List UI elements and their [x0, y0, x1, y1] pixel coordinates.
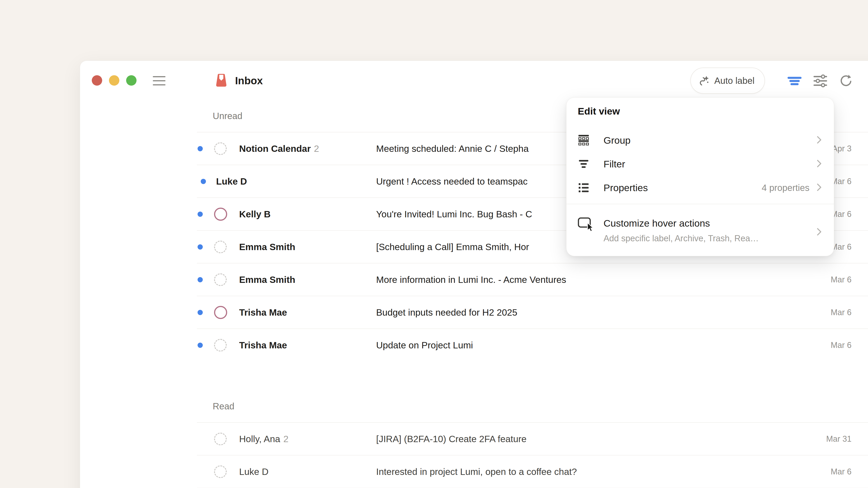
subject-text: Urgent ! Access needed to teamspac [376, 176, 528, 187]
date-label: Mar 31 [826, 434, 851, 444]
menu-item-customize-hover-actions[interactable]: Customize hover actions Add specific lab… [572, 209, 829, 250]
avatar-circle [214, 465, 227, 478]
auto-label-wand-icon [699, 75, 709, 86]
subject-text: Update on Project Lumi [376, 340, 473, 350]
section-header-unread: Unread [213, 110, 242, 121]
mouse-cursor-icon [586, 222, 595, 234]
avatar-circle [214, 339, 227, 352]
sender-name: Emma Smith [239, 241, 295, 252]
hamburger-icon[interactable] [153, 75, 165, 87]
group-icon [578, 134, 590, 146]
properties-count-value: 4 properties [762, 183, 809, 193]
menu-item-filter[interactable]: Filter [572, 152, 829, 176]
avatar-circle [214, 207, 227, 221]
sender-name: Notion Calendar2 [239, 143, 319, 154]
desktop-background: { "window": { "title": "Inbox" }, "title… [0, 0, 868, 488]
avatar-circle [214, 306, 227, 319]
menu-item-label: Filter [603, 159, 625, 170]
filter-lines-icon[interactable] [786, 73, 802, 88]
sender-name: Trisha Mae [239, 307, 287, 318]
unread-dot [197, 310, 203, 315]
subject-text: More information in Lumi Inc. - Acme Ven… [376, 274, 566, 285]
date-label: Apr 3 [832, 144, 851, 153]
menu-item-label: Properties [603, 182, 648, 193]
popover-divider [566, 204, 834, 204]
sender-name: Emma Smith [239, 274, 295, 285]
subject-text: [Scheduling a Call] Emma Smith, Hor [376, 241, 529, 252]
subject-text: Meeting scheduled: Annie C / Stepha [376, 143, 529, 154]
subject-text: [JIRA] (B2FA-10) Create 2FA feature [376, 433, 526, 444]
avatar-circle [214, 433, 227, 445]
sender-name: Luke D [216, 176, 247, 187]
inbox-tray-icon [216, 74, 226, 87]
menu-item-label: Customize hover actions [603, 218, 710, 229]
filter-icon [578, 158, 590, 170]
menu-item-description: Add specific label, Archive, Trash, Rea… [603, 234, 758, 243]
chevron-right-icon [817, 228, 822, 237]
mail-row[interactable]: Emma SmithMore information in Lumi Inc. … [197, 263, 868, 296]
unread-dot [201, 179, 206, 184]
subject-text: Budget inputs needed for H2 2025 [376, 307, 518, 318]
mail-row[interactable]: Holly, Ana2[JIRA] (B2FA-10) Create 2FA f… [197, 423, 868, 455]
unread-dot [197, 146, 203, 151]
date-label: Mar 6 [831, 308, 851, 317]
menu-item-group[interactable]: Group [572, 129, 829, 152]
sender-name: Holly, Ana2 [239, 433, 288, 444]
avatar-circle [214, 273, 227, 286]
avatar-circle [214, 142, 227, 155]
unread-dot [197, 244, 203, 250]
properties-list-icon [578, 182, 590, 194]
date-label: Mar 6 [831, 467, 851, 477]
page-title: Inbox [235, 74, 263, 87]
edit-view-popover: Edit view Group [566, 97, 834, 256]
avatar-circle [214, 240, 227, 253]
read-row-list: Holly, Ana2[JIRA] (B2FA-10) Create 2FA f… [197, 422, 868, 488]
section-header-read: Read [213, 401, 235, 412]
mail-row[interactable]: Trisha MaeBudget inputs needed for H2 20… [197, 296, 868, 329]
unread-dot [197, 212, 203, 217]
auto-label-button-label: Auto label [714, 76, 754, 86]
subject-text: You're Invited! Lumi Inc. Bug Bash - C [376, 209, 532, 219]
sender-name: Luke D [239, 466, 269, 477]
popover-title: Edit view [578, 106, 620, 117]
chevron-right-icon [817, 183, 822, 192]
thread-count: 2 [283, 433, 289, 444]
menu-item-label: Group [603, 135, 631, 146]
sender-name: Trisha Mae [239, 340, 287, 350]
menu-item-properties[interactable]: Properties 4 properties [572, 176, 829, 199]
sender-name: Kelly B [239, 209, 271, 219]
subject-text: Interested in project Lumi, open to a co… [376, 466, 577, 477]
unread-dot [197, 277, 203, 282]
minimize-window-button[interactable] [109, 75, 119, 86]
refresh-icon[interactable] [838, 73, 854, 88]
chevron-right-icon [817, 160, 822, 168]
chevron-right-icon [817, 136, 822, 145]
mail-row[interactable]: Trisha MaeUpdate on Project LumiMar 6 [197, 329, 868, 361]
auto-label-button[interactable]: Auto label [690, 68, 765, 94]
sliders-icon[interactable] [812, 73, 828, 88]
mail-row[interactable]: Luke DInterested in project Lumi, open t… [197, 455, 868, 488]
date-label: Mar 6 [831, 275, 851, 285]
thread-count: 2 [314, 143, 319, 154]
zoom-window-button[interactable] [126, 75, 136, 86]
unread-dot [197, 343, 203, 348]
date-label: Mar 6 [831, 340, 851, 350]
close-window-button[interactable] [92, 75, 102, 86]
